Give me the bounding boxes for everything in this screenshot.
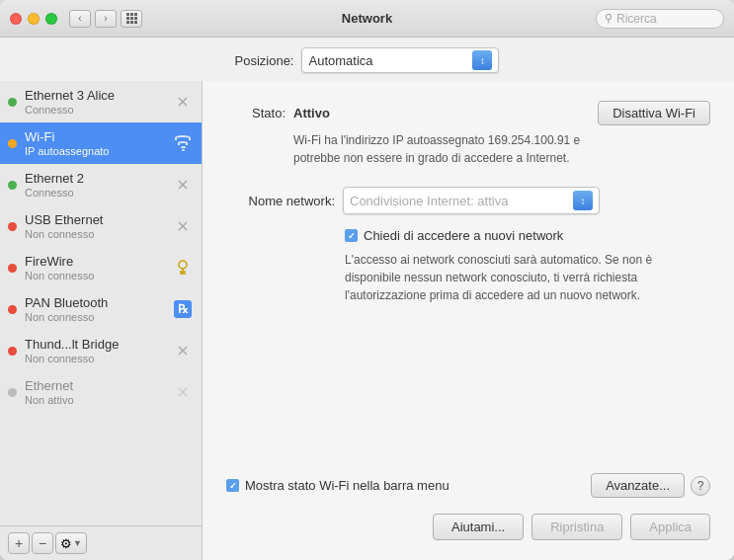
sidebar-item-ethernet3[interactable]: Ethernet 3 Alice Connesso xyxy=(0,81,202,122)
spacer xyxy=(226,324,710,473)
network-name-row: Nome network: Condivisione Internet: att… xyxy=(226,187,710,214)
disable-wifi-button[interactable]: Disattiva Wi-Fi xyxy=(598,101,710,125)
item-name-wifi: Wi-Fi xyxy=(25,129,164,144)
sidebar-item-thunderbolt[interactable]: Thund...lt Bridge Non connesso xyxy=(0,330,202,371)
remove-button[interactable]: − xyxy=(32,532,53,554)
item-name-thunderbolt: Thund...lt Bridge xyxy=(25,337,164,352)
bottom-checkbox-label: Mostra stato Wi-Fi nella barra menu xyxy=(245,478,585,493)
status-dot-red-usb xyxy=(8,222,17,231)
item-info-usb: USB Ethernet Non connesso xyxy=(25,212,164,240)
posizione-label: Posizione: xyxy=(235,53,294,68)
double-arrow-icon-5 xyxy=(172,384,194,400)
network-name-value: Condivisione Internet: attiva xyxy=(350,194,573,208)
add-button[interactable]: + xyxy=(8,532,30,554)
status-value: Attivo xyxy=(293,106,598,120)
checkbox-1-label: Chiedi di accedere a nuovi network xyxy=(364,228,563,243)
bluetooth-badge: ℞ xyxy=(174,300,192,318)
network-name-label: Nome network: xyxy=(226,194,335,208)
sidebar-item-ethernet[interactable]: Ethernet Non attivo xyxy=(0,371,202,413)
checkbox-row-1: ✓ Chiedi di accedere a nuovi network xyxy=(345,228,710,243)
bottom-checkbox[interactable]: ✓ xyxy=(226,479,239,492)
network-window: ‹ › Network ⚲ Posizione: Automatica ↕ xyxy=(0,0,734,560)
posizione-arrow-icon: ↕ xyxy=(472,50,492,70)
window-title: Network xyxy=(342,11,392,26)
item-name-bluetooth: PAN Bluetooth xyxy=(25,295,164,310)
applica-button[interactable]: Applica xyxy=(630,514,710,540)
network-name-select[interactable]: Condivisione Internet: attiva ↕ xyxy=(343,187,600,214)
double-arrow-icon-2 xyxy=(172,177,194,193)
forward-button[interactable]: › xyxy=(95,10,117,28)
item-name: Ethernet 3 Alice xyxy=(25,88,164,103)
bottom-options: ✓ Mostra stato Wi-Fi nella barra menu Av… xyxy=(226,473,710,498)
svg-point-0 xyxy=(179,261,187,269)
status-dot-red-tb xyxy=(8,347,17,356)
grid-button[interactable] xyxy=(121,10,142,28)
item-info: Ethernet 3 Alice Connesso xyxy=(25,88,164,116)
aiutami-button[interactable]: Aiutami... xyxy=(433,514,524,540)
close-button[interactable] xyxy=(10,13,22,25)
bottom-buttons: Aiutami... Ripristina Applica xyxy=(226,514,710,540)
double-arrow-icon-3 xyxy=(172,218,194,234)
sidebar-list: Ethernet 3 Alice Connesso Wi-Fi IP autoa… xyxy=(0,81,202,525)
item-info-ethernet2: Ethernet 2 Connesso xyxy=(25,171,164,199)
item-name-firewire: FireWire xyxy=(25,254,164,269)
checkmark-icon: ✓ xyxy=(348,231,356,241)
gear-icon: ⚙ xyxy=(60,536,72,551)
item-info-bluetooth: PAN Bluetooth Non connesso xyxy=(25,295,164,323)
status-row: Stato: Attivo Disattiva Wi-Fi xyxy=(226,101,710,125)
status-description: Wi-Fi ha l'indirizzo IP autoassegnato 16… xyxy=(293,131,669,167)
sidebar-toolbar: + − ⚙ ▼ xyxy=(0,525,202,560)
grid-icon xyxy=(126,13,137,24)
nav-buttons: ‹ › xyxy=(69,10,117,28)
sidebar-item-firewire[interactable]: FireWire Non connesso xyxy=(0,247,202,288)
network-name-arrow-icon: ↕ xyxy=(573,191,593,210)
minimize-button[interactable] xyxy=(28,13,40,25)
help-button[interactable]: ? xyxy=(691,476,710,496)
sidebar-item-ethernet2[interactable]: Ethernet 2 Connesso xyxy=(0,164,202,205)
status-dot-red-fw xyxy=(8,264,17,273)
posizione-row: Posizione: Automatica ↕ xyxy=(0,38,734,81)
sidebar-item-wifi[interactable]: Wi-Fi IP autoassegnato xyxy=(0,122,202,164)
checkbox-1-description: L'accesso ai network conosciuti sarà aut… xyxy=(345,251,710,304)
titlebar: ‹ › Network ⚲ xyxy=(0,0,734,38)
avanzate-button[interactable]: Avanzate... xyxy=(591,473,685,498)
item-sub: Connesso xyxy=(25,104,164,116)
item-info-ethernet-plain: Ethernet Non attivo xyxy=(25,378,164,406)
maximize-button[interactable] xyxy=(45,13,57,25)
traffic-lights xyxy=(10,13,57,25)
sidebar: Ethernet 3 Alice Connesso Wi-Fi IP autoa… xyxy=(0,81,203,560)
bottom-checkmark-icon: ✓ xyxy=(229,481,237,491)
item-info-wifi: Wi-Fi IP autoassegnato xyxy=(25,129,164,157)
status-dot-yellow xyxy=(8,139,17,148)
search-box[interactable]: ⚲ xyxy=(596,9,724,29)
status-dot-gray xyxy=(8,388,17,397)
posizione-value: Automatica xyxy=(308,53,372,68)
item-sub-ethernet2: Connesso xyxy=(25,187,164,199)
item-sub-bluetooth: Non connesso xyxy=(25,311,164,323)
item-info-firewire: FireWire Non connesso xyxy=(25,254,164,281)
checkbox-1[interactable]: ✓ xyxy=(345,229,358,242)
status-dot-red-bt xyxy=(8,305,17,314)
double-arrow-icon xyxy=(172,94,194,110)
search-input[interactable] xyxy=(616,12,715,26)
firewire-icon xyxy=(172,260,194,276)
item-sub-ethernet-plain: Non attivo xyxy=(25,394,164,406)
gear-button[interactable]: ⚙ ▼ xyxy=(55,532,87,554)
status-label: Stato: xyxy=(226,106,285,120)
double-arrow-icon-4 xyxy=(172,343,194,359)
sidebar-item-pan-bluetooth[interactable]: PAN Bluetooth Non connesso ℞ xyxy=(0,288,202,330)
item-sub-firewire: Non connesso xyxy=(25,270,164,281)
item-name-usb: USB Ethernet xyxy=(25,212,164,227)
item-name-ethernet-plain: Ethernet xyxy=(25,378,164,393)
bluetooth-icon: ℞ xyxy=(172,300,194,318)
item-sub-thunderbolt: Non connesso xyxy=(25,353,164,364)
back-button[interactable]: ‹ xyxy=(69,10,91,28)
detail-panel: Stato: Attivo Disattiva Wi-Fi Wi-Fi ha l… xyxy=(203,81,734,560)
sidebar-item-usb-ethernet[interactable]: USB Ethernet Non connesso xyxy=(0,205,202,247)
status-dot-green2 xyxy=(8,181,17,190)
posizione-select[interactable]: Automatica ↕ xyxy=(301,47,499,73)
ripristina-button[interactable]: Ripristina xyxy=(531,514,622,540)
main-content: Ethernet 3 Alice Connesso Wi-Fi IP autoa… xyxy=(0,81,734,560)
item-sub-wifi: IP autoassegnato xyxy=(25,145,164,157)
item-sub-usb: Non connesso xyxy=(25,228,164,240)
